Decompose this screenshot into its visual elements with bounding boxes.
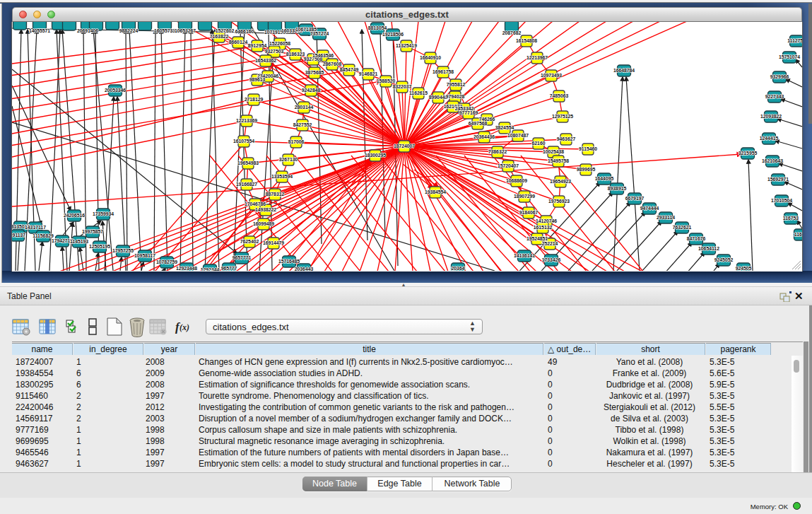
- svg-text:16640910: 16640910: [420, 55, 441, 60]
- svg-text:16107554: 16107554: [233, 139, 254, 144]
- svg-text:2867608: 2867608: [323, 62, 342, 66]
- svg-text:14055571: 14055571: [29, 28, 50, 33]
- svg-text:9245052: 9245052: [714, 257, 734, 262]
- svg-text:1162615: 1162615: [409, 90, 428, 95]
- svg-text:252214: 252214: [542, 241, 558, 246]
- svg-text:16543362: 16543362: [255, 58, 276, 63]
- svg-text:8813054: 8813054: [368, 25, 387, 30]
- svg-text:8878312: 8878312: [266, 192, 285, 197]
- svg-text:(x): (x): [180, 322, 189, 332]
- svg-text:13353594: 13353594: [271, 174, 293, 179]
- svg-text:16154808: 16154808: [516, 38, 537, 43]
- svg-text:9146821: 9146821: [359, 71, 378, 76]
- svg-text:7485063: 7485063: [550, 93, 569, 98]
- svg-text:16961758: 16961758: [433, 69, 454, 74]
- svg-text:7955812: 7955812: [447, 82, 466, 87]
- svg-text:6466160: 6466160: [235, 29, 254, 34]
- svg-text:19654983: 19654983: [237, 160, 259, 165]
- svg-text:10653267: 10653267: [175, 28, 196, 33]
- svg-text:8427552: 8427552: [293, 122, 312, 127]
- svg-text:20691406: 20691406: [77, 28, 98, 33]
- svg-text:15463546: 15463546: [312, 53, 334, 58]
- svg-text:1644095: 1644095: [595, 176, 614, 181]
- svg-text:16099489: 16099489: [253, 221, 274, 226]
- svg-text:1733426: 1733426: [542, 257, 561, 262]
- svg-text:6679197: 6679197: [625, 196, 645, 201]
- svg-text:16210643: 16210643: [762, 158, 783, 163]
- svg-text:9242848: 9242848: [302, 88, 321, 93]
- svg-text:9327503: 9327503: [265, 49, 284, 54]
- svg-text:24206516: 24206516: [64, 213, 85, 218]
- svg-text:14136141: 14136141: [514, 253, 535, 258]
- svg-text:9115460: 9115460: [579, 146, 597, 151]
- svg-text:15692971: 15692971: [767, 177, 789, 182]
- svg-text:18300295: 18300295: [365, 153, 386, 158]
- svg-text:19975857: 19975857: [82, 229, 103, 234]
- svg-text:11325419: 11325419: [396, 43, 417, 48]
- svg-text:8912954: 8912954: [248, 43, 267, 48]
- svg-text:1244415: 1244415: [760, 136, 779, 141]
- svg-text:14938222: 14938222: [255, 207, 276, 212]
- svg-text:9899695: 9899695: [577, 167, 596, 172]
- svg-text:8938915: 8938915: [608, 186, 627, 191]
- svg-text:2036443: 2036443: [295, 267, 314, 271]
- svg-text:8660124: 8660124: [229, 40, 248, 45]
- svg-text:15495758: 15495758: [548, 158, 569, 163]
- svg-text:9463627: 9463627: [557, 136, 576, 141]
- svg-text:62160: 62160: [532, 141, 546, 146]
- svg-text:2803144: 2803144: [295, 105, 314, 110]
- svg-text:1112753: 1112753: [787, 38, 802, 43]
- svg-text:9474444: 9474444: [640, 206, 659, 211]
- svg-text:1145193: 1145193: [70, 239, 88, 244]
- svg-text:19756923: 19756923: [548, 199, 570, 204]
- svg-text:14120746: 14120746: [536, 218, 557, 223]
- svg-text:10807487: 10807487: [507, 133, 529, 138]
- svg-text:19218506: 19218506: [382, 32, 404, 37]
- svg-text:19166827: 19166827: [236, 182, 257, 187]
- svg-text:391137: 391137: [12, 233, 25, 238]
- svg-text:16648784: 16648784: [613, 68, 635, 73]
- svg-text:9794028: 9794028: [446, 94, 465, 99]
- svg-text:17359934: 17359934: [93, 211, 114, 216]
- svg-text:965777: 965777: [221, 266, 237, 271]
- svg-text:817006: 817006: [288, 139, 305, 144]
- svg-text:7163822: 7163822: [210, 34, 229, 39]
- svg-text:2087682: 2087682: [502, 30, 522, 35]
- svg-text:15751074: 15751074: [779, 54, 800, 59]
- svg-text:10688609: 10688609: [506, 178, 527, 183]
- svg-text:15226058: 15226058: [269, 41, 290, 46]
- svg-text:8186323: 8186323: [286, 52, 305, 57]
- svg-text:12213369: 12213369: [236, 118, 257, 123]
- svg-text:11156829: 11156829: [33, 233, 54, 238]
- svg-text:3875685: 3875685: [305, 70, 324, 75]
- svg-text:10025438: 10025438: [543, 149, 564, 154]
- svg-text:1292344: 1292344: [201, 267, 220, 271]
- svg-text:10782759: 10782759: [156, 259, 177, 264]
- svg-text:924505: 924505: [736, 266, 752, 271]
- svg-text:8322037: 8322037: [393, 84, 412, 89]
- svg-text:1527602: 1527602: [216, 28, 235, 33]
- svg-text:116753: 116753: [783, 216, 799, 221]
- svg-text:3215955: 3215955: [739, 151, 758, 156]
- svg-text:1615132: 1615132: [534, 225, 553, 230]
- svg-text:18724007: 18724007: [394, 144, 415, 148]
- svg-text:15716485: 15716485: [278, 259, 300, 264]
- svg-text:17957255: 17957255: [112, 248, 134, 253]
- svg-text:20364: 20364: [452, 266, 465, 271]
- svg-text:19384554: 19384554: [425, 189, 446, 194]
- svg-text:7625402: 7625402: [240, 239, 259, 244]
- svg-text:12093822: 12093822: [760, 114, 782, 119]
- svg-text:10973493: 10973493: [541, 73, 562, 78]
- svg-text:6497568: 6497568: [469, 121, 488, 126]
- svg-text:15720407: 15720407: [498, 163, 519, 168]
- svg-text:7632621: 7632621: [673, 225, 692, 230]
- svg-text:11675: 11675: [794, 232, 802, 237]
- svg-text:20364436: 20364436: [473, 134, 495, 139]
- svg-text:18907299: 18907299: [514, 194, 535, 199]
- svg-text:10654112: 10654112: [698, 246, 719, 251]
- svg-text:12213967: 12213967: [526, 55, 548, 60]
- svg-text:12923448: 12923448: [176, 266, 197, 271]
- svg-text:2718129: 2718129: [245, 97, 264, 102]
- svg-text:9329966: 9329966: [770, 74, 789, 79]
- svg-text:14317117: 14317117: [25, 225, 46, 230]
